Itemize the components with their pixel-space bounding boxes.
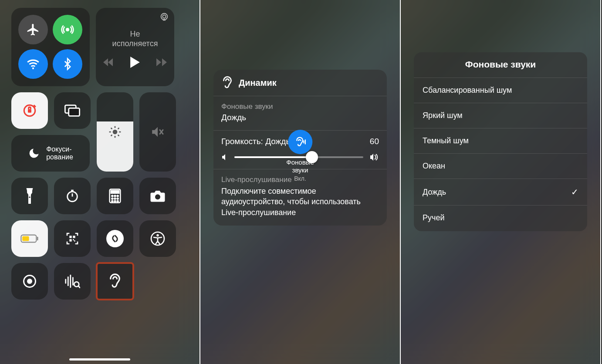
svg-rect-35	[22, 236, 29, 241]
play-icon	[130, 57, 140, 68]
live-listen-body: Подключите совместимое аудиоустройство, …	[221, 186, 379, 218]
sound-option[interactable]: Океан	[414, 153, 587, 179]
svg-line-16	[118, 128, 119, 129]
volume-high-icon	[369, 153, 379, 161]
background-sounds-value: Дождь	[221, 113, 379, 122]
volume-slider[interactable]	[139, 92, 176, 172]
media-forward-button[interactable]	[156, 58, 167, 66]
back-icon	[103, 58, 114, 66]
svg-point-0	[66, 28, 68, 30]
svg-point-32	[155, 194, 160, 199]
media-tile[interactable]: Не исполняется	[96, 8, 174, 86]
screen-record-button[interactable]	[11, 263, 48, 300]
svg-point-44	[27, 279, 32, 284]
hearing-button[interactable]	[97, 263, 133, 300]
hearing-panel-screen: Динамик Фоновые звуки Дождь Громкость: Д…	[200, 0, 401, 364]
calculator-button[interactable]	[97, 178, 133, 214]
sound-option[interactable]: Яркий шум	[414, 103, 587, 128]
sound-option-label: Дождь	[423, 188, 446, 197]
timer-icon	[65, 189, 80, 203]
svg-point-26	[112, 198, 113, 199]
mute-icon	[150, 125, 165, 139]
volume-low-icon	[221, 154, 228, 161]
svg-line-15	[111, 135, 112, 136]
hearing-panel-title: Динамик	[239, 78, 277, 88]
sound-option-label: Темный шум	[423, 136, 469, 145]
sound-option[interactable]: Ручей	[414, 205, 587, 230]
screen-mirror-icon	[64, 104, 80, 117]
focus-button[interactable]: Фокуси- рование	[11, 135, 90, 172]
sound-recognition-button[interactable]	[54, 263, 91, 300]
svg-point-27	[114, 198, 115, 199]
low-power-button[interactable]	[11, 220, 48, 257]
sound-option[interactable]: Сбалансированный шум	[414, 78, 587, 103]
sun-icon	[108, 125, 122, 139]
wifi-icon	[26, 57, 41, 71]
qr-icon	[65, 232, 79, 246]
background-sounds-label: Фоновые звуки	[221, 102, 379, 111]
focus-label: Фокуси- рование	[46, 145, 73, 162]
svg-rect-7	[69, 108, 80, 116]
bluetooth-icon	[61, 57, 74, 71]
svg-rect-5	[28, 109, 31, 113]
accessibility-button[interactable]	[139, 220, 176, 257]
svg-point-20	[68, 192, 78, 202]
sound-option[interactable]: Темный шум	[414, 128, 587, 153]
qr-scanner-button[interactable]	[54, 220, 91, 257]
flashlight-button[interactable]	[11, 178, 48, 214]
sound-recognition-icon	[64, 274, 80, 288]
background-sounds-section[interactable]: Фоновые звуки Дождь	[213, 96, 387, 131]
svg-point-29	[112, 201, 113, 202]
rotation-lock-button[interactable]	[11, 92, 48, 129]
svg-rect-22	[111, 191, 119, 193]
cellular-button[interactable]	[53, 15, 82, 44]
rotation-lock-icon	[21, 102, 38, 119]
svg-point-23	[112, 195, 113, 196]
wifi-button[interactable]	[18, 49, 48, 79]
media-play-button[interactable]	[130, 57, 140, 68]
svg-line-14	[118, 135, 119, 136]
connectivity-tile[interactable]	[11, 8, 90, 86]
sound-option[interactable]: Дождь✓	[414, 179, 587, 205]
cellular-icon	[61, 23, 74, 37]
home-indicator[interactable]	[69, 358, 130, 361]
airplane-mode-button[interactable]	[18, 15, 48, 44]
airplay-icon[interactable]	[159, 12, 169, 22]
bluetooth-button[interactable]	[53, 49, 82, 79]
flashlight-icon	[25, 188, 34, 204]
media-title: Не исполняется	[112, 29, 158, 49]
hearing-icon	[108, 273, 122, 290]
accessibility-icon	[150, 231, 166, 246]
svg-rect-36	[69, 236, 71, 238]
calculator-icon	[109, 189, 121, 203]
low-power-icon	[20, 234, 39, 243]
media-back-button[interactable]	[103, 58, 114, 66]
shazam-icon	[110, 233, 120, 244]
svg-point-31	[117, 201, 118, 202]
brightness-slider[interactable]	[97, 92, 133, 172]
sounds-list-panel: Фоновые звуки Сбалансированный шумЯркий …	[414, 52, 587, 231]
sound-option-label: Океан	[423, 162, 445, 171]
volume-value: 60	[370, 137, 379, 146]
shazam-button[interactable]	[97, 220, 133, 257]
background-sounds-toggle-status: Вкл.	[286, 175, 314, 182]
screen-mirror-button[interactable]	[54, 92, 91, 129]
svg-point-19	[29, 196, 30, 198]
camera-icon	[150, 189, 166, 202]
svg-rect-34	[37, 237, 38, 240]
background-sounds-toggle-label: Фоновые звуки	[286, 158, 314, 174]
svg-point-8	[113, 130, 118, 135]
sound-option-label: Яркий шум	[423, 111, 463, 120]
timer-button[interactable]	[54, 178, 91, 214]
svg-line-13	[111, 128, 112, 129]
hearing-icon	[221, 76, 233, 90]
volume-label: Громкость: Дождь	[221, 137, 290, 146]
record-icon	[22, 273, 37, 289]
svg-point-25	[117, 195, 118, 196]
svg-line-50	[78, 286, 80, 288]
airplane-icon	[26, 23, 40, 37]
forward-icon	[156, 58, 167, 66]
camera-button[interactable]	[139, 178, 176, 214]
background-sounds-toggle[interactable]: Фоновые звуки Вкл.	[286, 130, 314, 182]
svg-rect-39	[73, 239, 74, 240]
